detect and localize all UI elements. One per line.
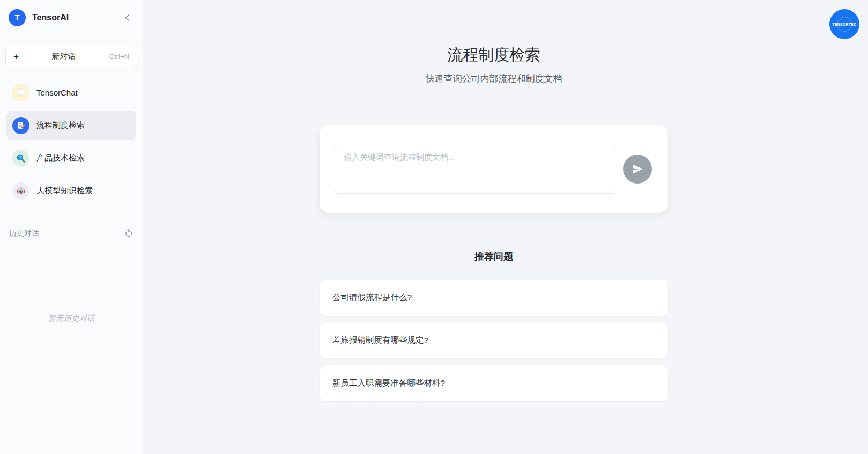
sidebar: T TensorAI + 新对话 Ctrl+N bbox=[0, 0, 143, 454]
history-empty-text: 暂无历史对话 bbox=[0, 313, 143, 324]
suggested-questions-title: 推荐问题 bbox=[320, 249, 668, 264]
sidebar-header: T TensorAI bbox=[0, 0, 143, 35]
content-column: 流程制度检索 快速查询公司内部流程和制度文档 推荐问题 公司请假流程是什么? 差… bbox=[320, 0, 668, 401]
suggested-question[interactable]: 差旅报销制度有哪些规定? bbox=[320, 323, 668, 358]
magnifier-icon bbox=[12, 150, 29, 167]
plus-icon: + bbox=[13, 52, 19, 61]
company-logo: TENSORTEC bbox=[829, 9, 859, 39]
suggested-questions-list: 公司请假流程是什么? 差旅报销制度有哪些规定? 新员工入职需要准备哪些材料? bbox=[320, 280, 668, 401]
send-button[interactable] bbox=[623, 155, 652, 184]
suggested-question[interactable]: 公司请假流程是什么? bbox=[320, 280, 668, 316]
suggested-question[interactable]: 新员工入职需要准备哪些材料? bbox=[320, 365, 668, 401]
sidebar-collapse-button[interactable] bbox=[121, 11, 134, 24]
page-subtitle: 快速查询公司内部流程和制度文档 bbox=[320, 72, 668, 86]
history-title: 历史对话 bbox=[9, 229, 39, 238]
sidebar-item-label: 大模型知识检索 bbox=[36, 186, 93, 196]
sidebar-item-label: TensorChat bbox=[36, 88, 78, 97]
new-chat-button[interactable]: + 新对话 Ctrl+N bbox=[5, 46, 137, 67]
sidebar-item-tensorchat[interactable]: TensorChat bbox=[6, 78, 136, 107]
robot-icon bbox=[12, 182, 29, 200]
refresh-history-button[interactable] bbox=[124, 229, 133, 238]
page-title: 流程制度检索 bbox=[320, 44, 668, 65]
refresh-icon bbox=[124, 229, 133, 238]
app-title: TensorAI bbox=[32, 13, 69, 23]
company-logo-text: TENSORTEC bbox=[832, 23, 856, 26]
new-chat-shortcut: Ctrl+N bbox=[109, 53, 129, 61]
sidebar-item-product-search[interactable]: 产品技术检索 bbox=[6, 143, 136, 173]
search-textarea[interactable] bbox=[335, 144, 615, 194]
chat-bubble-icon bbox=[12, 84, 29, 101]
sidebar-item-llm-search[interactable]: 大模型知识检索 bbox=[6, 176, 136, 206]
new-chat-label: 新对话 bbox=[19, 52, 109, 62]
chevron-left-icon bbox=[123, 13, 132, 22]
send-icon bbox=[631, 163, 644, 175]
sidebar-item-label: 流程制度检索 bbox=[36, 120, 85, 130]
app-root: T TensorAI + 新对话 Ctrl+N bbox=[0, 0, 868, 454]
search-card bbox=[320, 125, 668, 213]
sidebar-item-label: 产品技术检索 bbox=[36, 153, 85, 163]
document-pencil-icon bbox=[12, 117, 29, 134]
main-area: TENSORTEC 流程制度检索 快速查询公司内部流程和制度文档 推荐问题 公司… bbox=[143, 0, 868, 454]
history-header: 历史对话 bbox=[0, 221, 143, 245]
sidebar-item-process-search[interactable]: 流程制度检索 bbox=[6, 111, 136, 140]
app-logo-avatar: T bbox=[9, 9, 26, 26]
sidebar-menu: TensorChat 流程制度检索 bbox=[0, 78, 143, 209]
